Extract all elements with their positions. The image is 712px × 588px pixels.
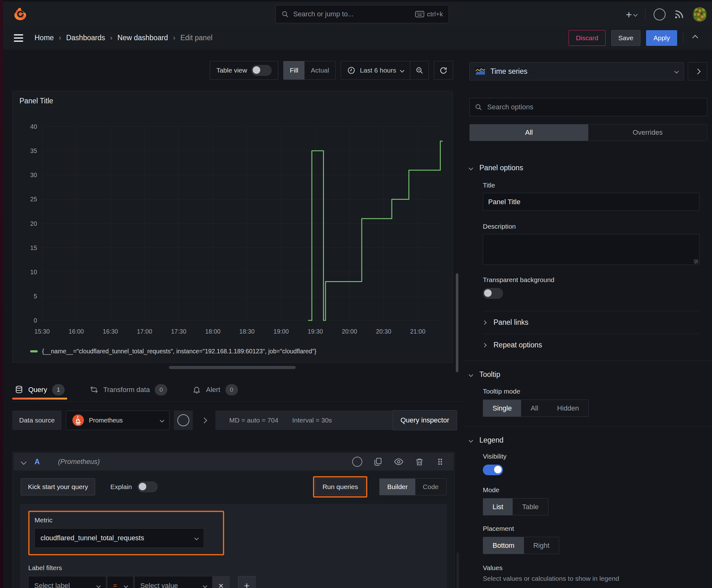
refresh-group bbox=[434, 61, 453, 80]
refresh-button[interactable] bbox=[434, 61, 453, 80]
tab-query[interactable]: Query 1 bbox=[12, 378, 67, 401]
code-option[interactable]: Code bbox=[415, 479, 446, 495]
operator-dropdown[interactable]: = bbox=[107, 576, 133, 588]
help-icon bbox=[654, 8, 666, 20]
panel-title: Panel Title bbox=[19, 97, 53, 105]
breadcrumb-home[interactable]: Home bbox=[35, 34, 54, 42]
tab-query-label: Query bbox=[28, 386, 47, 394]
breadcrumb-new-dashboard[interactable]: New dashboard bbox=[117, 34, 168, 42]
toggle-query-visibility-button[interactable] bbox=[393, 456, 404, 467]
remove-filter-button[interactable] bbox=[212, 576, 230, 588]
tooltip-all-option[interactable]: All bbox=[521, 400, 547, 417]
apply-button[interactable]: Apply bbox=[646, 30, 677, 46]
tab-all[interactable]: All bbox=[470, 124, 588, 141]
tab-transform-data[interactable]: Transform data 0 bbox=[87, 378, 170, 401]
explain-toggle[interactable] bbox=[137, 482, 157, 492]
time-series-chart[interactable]: 15:3016:0016:3017:0017:3018:0018:3019:00… bbox=[13, 91, 453, 339]
visualization-picker[interactable]: Time series bbox=[469, 62, 684, 80]
duplicate-query-button[interactable] bbox=[373, 456, 383, 467]
collapse-options-button[interactable] bbox=[688, 62, 707, 80]
trash-icon bbox=[415, 457, 424, 466]
drag-query-handle[interactable] bbox=[435, 456, 446, 467]
breadcrumb-dashboards[interactable]: Dashboards bbox=[66, 34, 105, 42]
svg-text:17:30: 17:30 bbox=[171, 328, 187, 335]
description-textarea[interactable] bbox=[483, 234, 699, 265]
placement-bottom-option[interactable]: Bottom bbox=[483, 537, 524, 554]
legend-series-name[interactable]: {__name__="cloudflared_tunnel_total_requ… bbox=[42, 348, 317, 355]
search-input[interactable] bbox=[293, 10, 411, 19]
metric-value: cloudflared_tunnel_total_requests bbox=[41, 534, 144, 542]
interval-stat: Interval = 30s bbox=[292, 417, 332, 424]
select-value-dropdown[interactable]: Select value bbox=[134, 576, 212, 588]
eye-icon bbox=[394, 457, 404, 467]
query-scrollbar-track[interactable] bbox=[456, 552, 459, 588]
menu-toggle-button[interactable] bbox=[14, 34, 23, 42]
copy-icon bbox=[373, 457, 383, 466]
query-help-button[interactable] bbox=[352, 456, 363, 467]
datasource-picker[interactable]: Prometheus bbox=[66, 411, 170, 430]
new-menu-button[interactable]: + bbox=[626, 8, 637, 21]
legend-series-swatch[interactable] bbox=[30, 350, 38, 352]
save-button[interactable]: Save bbox=[611, 30, 641, 46]
table-view-toggle[interactable] bbox=[252, 65, 272, 76]
chevron-down-icon bbox=[633, 12, 638, 17]
search-shortcut: ctrl+k bbox=[415, 10, 443, 18]
search-icon bbox=[475, 103, 482, 111]
datasource-help-button[interactable] bbox=[174, 411, 193, 430]
grafana-logo[interactable] bbox=[13, 7, 28, 22]
legend-visibility-toggle[interactable] bbox=[483, 465, 503, 475]
tooltip-hidden-option[interactable]: Hidden bbox=[548, 400, 589, 417]
query-row-header[interactable]: A (Prometheus) bbox=[14, 453, 454, 470]
expand-row-button[interactable] bbox=[197, 411, 211, 430]
placement-right-option[interactable]: Right bbox=[524, 537, 559, 554]
select-label-dropdown[interactable]: Select label bbox=[28, 576, 106, 588]
chevron-down-icon bbox=[674, 69, 679, 74]
kick-start-button[interactable]: Kick start your query bbox=[21, 478, 95, 495]
query-row-actions bbox=[352, 456, 446, 467]
collapse-pane-button[interactable] bbox=[689, 32, 701, 44]
label-filters-label: Label filters bbox=[28, 564, 439, 572]
tab-alert[interactable]: Alert 0 bbox=[190, 378, 240, 401]
add-filter-button[interactable]: + bbox=[238, 576, 256, 588]
label-filters-row: Select label = Select value bbox=[28, 576, 439, 588]
help-button[interactable] bbox=[654, 8, 666, 20]
actual-option[interactable]: Actual bbox=[304, 61, 335, 80]
legend-mode-label: Mode bbox=[483, 486, 699, 494]
legend-header[interactable]: Legend bbox=[469, 434, 707, 446]
options-search[interactable] bbox=[469, 98, 707, 116]
panel-links-section[interactable]: Panel links bbox=[483, 311, 699, 334]
mode-table-option[interactable]: Table bbox=[513, 499, 548, 515]
run-queries-button[interactable]: Run queries bbox=[315, 478, 365, 495]
global-search[interactable]: ctrl+k bbox=[275, 5, 449, 23]
panel-edit-main: Table view Fill Actual Last 6 hours bbox=[3, 50, 463, 588]
resize-grip[interactable] bbox=[694, 259, 698, 264]
explain-label: Explain bbox=[110, 483, 132, 491]
tooltip-header[interactable]: Tooltip bbox=[469, 369, 707, 381]
news-button[interactable] bbox=[674, 9, 684, 20]
metric-select[interactable]: cloudflared_tunnel_total_requests bbox=[35, 528, 204, 548]
horizontal-scrollbar[interactable] bbox=[169, 366, 296, 369]
svg-text:20:30: 20:30 bbox=[376, 328, 391, 335]
breadcrumb-separator: › bbox=[110, 34, 112, 42]
user-profile-button[interactable] bbox=[693, 7, 707, 22]
transparent-background-toggle[interactable] bbox=[483, 288, 503, 299]
query-inspector-button[interactable]: Query inspector bbox=[393, 410, 457, 430]
options-sidebar: Time series All Overrides Panel options … bbox=[463, 50, 712, 588]
main-scrollbar-thumb[interactable] bbox=[456, 273, 458, 372]
tab-overrides[interactable]: Overrides bbox=[588, 124, 707, 141]
tooltip-single-option[interactable]: Single bbox=[483, 400, 521, 417]
panel-title-input[interactable] bbox=[483, 193, 699, 211]
discard-button[interactable]: Discard bbox=[568, 30, 605, 46]
mode-list-option[interactable]: List bbox=[483, 499, 513, 515]
panel-options-header[interactable]: Panel options bbox=[469, 162, 707, 174]
repeat-options-section[interactable]: Repeat options bbox=[483, 334, 699, 356]
time-series-icon bbox=[475, 67, 486, 75]
top-navbar: ctrl+k + bbox=[3, 0, 712, 27]
builder-option[interactable]: Builder bbox=[380, 479, 415, 495]
zoom-out-button[interactable] bbox=[410, 61, 429, 80]
chevron-up-icon bbox=[692, 35, 698, 41]
delete-query-button[interactable] bbox=[414, 456, 425, 467]
fill-option[interactable]: Fill bbox=[283, 61, 304, 80]
options-search-input[interactable] bbox=[487, 103, 702, 111]
time-range-picker[interactable]: Last 6 hours bbox=[341, 61, 410, 80]
